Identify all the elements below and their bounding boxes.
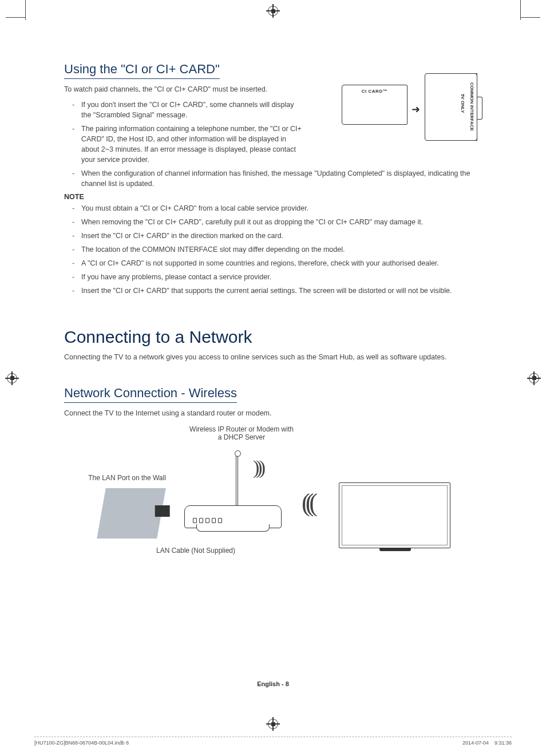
chapter-intro: Connecting the TV to a network gives you…	[64, 353, 482, 363]
wireless-diagram: Wireless IP Router or Modem with a DHCP …	[64, 425, 482, 557]
registration-mark-icon	[268, 6, 278, 16]
list-item: When the configuration of channel inform…	[74, 168, 482, 189]
registration-mark-icon	[268, 719, 278, 729]
lan-wall-icon	[97, 488, 166, 539]
ci-card-diagram: CI CARD™ ➜ COMMON INTERFACE 5V ONLY	[342, 73, 490, 142]
section1-intro: To watch paid channels, the "CI or CI+ C…	[64, 85, 304, 95]
footer-divider	[34, 737, 512, 737]
chapter-heading: Connecting to a Network	[64, 327, 482, 347]
footer-file: [HU7100-ZG]BN68-06704B-00L04.indb 8	[34, 740, 129, 746]
section2-intro: Connect the TV to the Internet using a s…	[64, 409, 482, 419]
registration-mark-icon	[7, 373, 17, 383]
note-heading: NOTE	[64, 193, 482, 201]
common-interface-label: COMMON INTERFACE	[469, 82, 474, 131]
list-item: The location of the COMMON INTERFACE slo…	[74, 244, 482, 255]
ci-card-label: CI CARD™	[342, 89, 407, 94]
signal-waves-icon: (((	[302, 488, 313, 517]
list-item: Insert the "CI or CI+ CARD" that support…	[74, 286, 482, 296]
router-label: Wireless IP Router or Modem with a DHCP …	[184, 425, 299, 441]
list-item: The pairing information containing a tel…	[74, 124, 304, 165]
list-item: Insert the "CI or CI+ CARD" in the direc…	[74, 231, 482, 241]
arrow-right-icon: ➜	[412, 103, 420, 116]
section1-bullets-cont: When the configuration of channel inform…	[64, 168, 482, 189]
footer-timestamp: 2014-07-04 9:31:36	[462, 740, 512, 746]
signal-waves-icon: )))	[253, 457, 262, 478]
page-content: Using the "CI or CI+ CARD" To watch paid…	[64, 62, 482, 687]
registration-mark-icon	[529, 373, 539, 383]
section1-bullets: If you don't insert the "CI or CI+ CARD"…	[64, 100, 304, 165]
ci-card-icon: CI CARD™	[342, 85, 407, 125]
list-item: A "CI or CI+ CARD" is not supported in s…	[74, 258, 482, 268]
tv-icon	[339, 482, 450, 548]
antenna-icon	[236, 453, 238, 507]
common-interface-icon: COMMON INTERFACE 5V ONLY	[425, 73, 477, 141]
lan-port-label: The LAN Port on the Wall	[78, 474, 176, 482]
section-heading-ci-card: Using the "CI or CI+ CARD"	[64, 62, 220, 79]
list-item: When removing the "CI or CI+ CARD", care…	[74, 217, 482, 227]
router-icon	[184, 505, 282, 534]
note-list: You must obtain a "CI or CI+ CARD" from …	[64, 203, 482, 296]
lan-cable-label: LAN Cable (Not Supplied)	[139, 547, 253, 555]
section-heading-wireless: Network Connection - Wireless	[64, 386, 237, 403]
voltage-label: 5V ONLY	[460, 94, 465, 113]
list-item: If you don't insert the "CI or CI+ CARD"…	[74, 100, 304, 120]
list-item: If you have any problems, please contact…	[74, 272, 482, 282]
page-number: English - 8	[64, 680, 482, 687]
list-item: You must obtain a "CI or CI+ CARD" from …	[74, 203, 482, 213]
